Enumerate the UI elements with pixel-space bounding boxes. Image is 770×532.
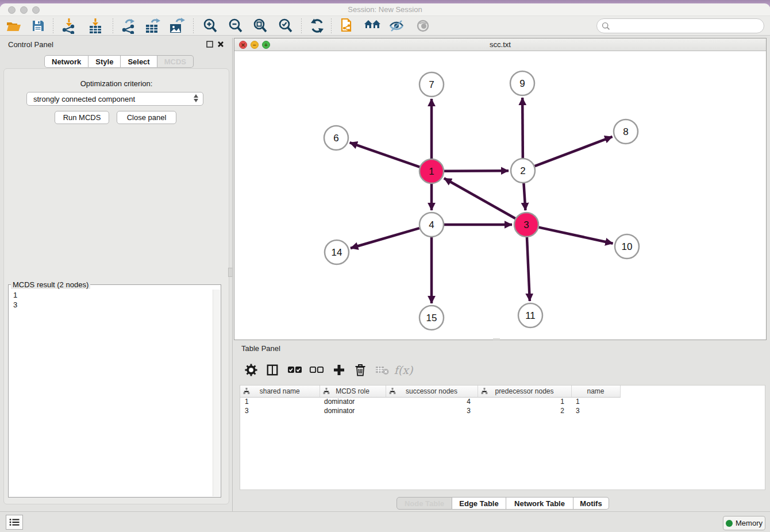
memory-status-dot <box>726 520 733 527</box>
close-panel-icon[interactable] <box>217 40 225 48</box>
column-header[interactable]: MCDS role <box>319 385 386 397</box>
table-cell[interactable]: 3 <box>571 406 620 415</box>
tab-mcds[interactable]: MCDS <box>157 55 194 68</box>
graph-edge[interactable] <box>350 142 420 167</box>
control-panel-title: Control Panel <box>8 40 53 49</box>
graph-edge[interactable] <box>444 178 515 218</box>
zoom-in-icon[interactable] <box>201 17 220 34</box>
graph-edge[interactable] <box>535 137 613 166</box>
table-cell[interactable]: 1 <box>478 397 571 406</box>
dropdown-spinner-icon <box>194 94 198 102</box>
toolbar-separator <box>301 18 302 33</box>
export-image-icon[interactable] <box>168 17 186 34</box>
network-canvas[interactable]: 7968124314101511 <box>234 51 766 340</box>
column-header-label: name <box>587 387 604 395</box>
close-panel-button[interactable]: Close panel <box>117 111 176 124</box>
zoom-selected-icon[interactable] <box>276 17 295 34</box>
save-session-icon[interactable] <box>29 17 47 34</box>
criterion-dropdown[interactable]: strongly connected component <box>26 92 203 106</box>
tab-network[interactable]: Network <box>44 55 88 68</box>
network-frame-titlebar: ✕ − + scc.txt <box>234 38 766 51</box>
tab-node-table[interactable]: Node Table <box>396 497 452 510</box>
float-panel-icon[interactable] <box>206 40 214 48</box>
search-icon <box>602 22 610 30</box>
memory-button[interactable]: Memory <box>723 516 765 530</box>
table-cell[interactable]: dominator <box>319 406 386 415</box>
tab-style[interactable]: Style <box>88 55 121 68</box>
export-table-icon[interactable] <box>144 17 162 34</box>
horizontal-splitter-handle[interactable] <box>493 338 500 341</box>
zoom-out-icon[interactable] <box>226 17 245 34</box>
tab-motifs[interactable]: Motifs <box>573 497 609 510</box>
graph-node-label: 9 <box>519 78 525 89</box>
mcds-result-item: 3 <box>13 300 17 310</box>
column-header-label: successor nodes <box>406 387 457 395</box>
column-header-label: MCDS role <box>336 387 369 395</box>
main-toolbar <box>0 16 770 36</box>
search-input[interactable] <box>613 22 759 30</box>
task-history-button[interactable] <box>6 515 23 530</box>
graph-node-label: 3 <box>523 219 529 230</box>
graph-edge[interactable] <box>523 183 525 210</box>
column-header[interactable]: successor nodes <box>386 385 478 397</box>
run-mcds-button[interactable]: Run MCDS <box>55 111 109 124</box>
hide-details-eye-icon[interactable] <box>387 17 406 34</box>
deselect-all-icon[interactable] <box>307 361 326 379</box>
open-file-icon[interactable] <box>5 17 23 34</box>
mcds-result-list: 13 <box>13 290 17 310</box>
graph-edge[interactable] <box>538 228 613 244</box>
vertical-splitter-handle[interactable] <box>228 268 233 277</box>
tab-network-table[interactable]: Network Table <box>506 497 573 510</box>
table-cell[interactable]: dominator <box>319 397 386 406</box>
table-cell[interactable]: 3 <box>240 406 319 415</box>
window-title: Session: New Session <box>0 5 770 14</box>
graph-node-label: 1 <box>429 166 434 177</box>
show-column-icon[interactable] <box>263 361 282 379</box>
zoom-fit-icon[interactable] <box>251 17 270 34</box>
graph-edge[interactable] <box>527 237 530 301</box>
optimization-criterion-label: Optimization criterion: <box>4 79 229 88</box>
table-cell[interactable]: 1 <box>571 397 620 406</box>
show-details-eye-icon[interactable] <box>414 17 432 34</box>
table-cell[interactable]: 1 <box>240 397 319 406</box>
import-network-icon[interactable] <box>60 17 78 34</box>
table-cell[interactable]: 4 <box>386 397 478 406</box>
graph-node-label: 15 <box>426 313 437 323</box>
table-row[interactable]: 3dominator323 <box>240 406 620 415</box>
import-table-icon[interactable] <box>86 17 105 34</box>
function-builder-icon[interactable]: f(x) <box>394 361 413 379</box>
graph-node-label: 2 <box>520 165 525 176</box>
scrollbar-track[interactable] <box>213 290 220 496</box>
table-cell[interactable]: 2 <box>478 406 571 415</box>
add-column-icon[interactable] <box>330 361 348 379</box>
graph-edge[interactable] <box>522 98 523 158</box>
graph-edge[interactable] <box>444 171 509 171</box>
graph-node-label: 10 <box>622 241 633 252</box>
mcds-result-item: 1 <box>13 290 17 300</box>
export-network-icon[interactable] <box>120 17 138 34</box>
tab-select[interactable]: Select <box>121 55 157 68</box>
window-titlebar: Session: New Session <box>0 3 770 16</box>
table-cell[interactable]: 3 <box>386 406 478 415</box>
refresh-layout-icon[interactable] <box>308 17 326 34</box>
column-header[interactable]: predecessor nodes <box>478 385 571 397</box>
toolbar-separator <box>53 18 53 33</box>
graph-node-label: 6 <box>333 133 338 144</box>
table-row[interactable]: 1dominator411 <box>240 397 620 406</box>
delete-icon[interactable] <box>351 361 369 379</box>
select-all-icon[interactable] <box>286 361 304 379</box>
delete-table-icon[interactable] <box>373 361 391 379</box>
homes-icon[interactable] <box>363 17 382 34</box>
column-header[interactable]: shared name <box>240 385 319 397</box>
column-header[interactable]: name <box>571 385 620 397</box>
graph-node-label: 4 <box>429 219 434 230</box>
settings-gear-icon[interactable] <box>242 361 260 379</box>
network-frame: ✕ − + scc.txt 7968124314101511 <box>234 38 767 340</box>
graph-edge[interactable] <box>351 228 419 248</box>
graph-node-label: 7 <box>429 79 434 90</box>
clone-network-icon[interactable] <box>338 17 356 34</box>
control-panel-header: Control Panel <box>0 38 231 53</box>
tab-edge-table[interactable]: Edge Table <box>452 497 506 510</box>
toolbar-separator <box>331 18 332 33</box>
network-frame-title: scc.txt <box>234 40 766 49</box>
